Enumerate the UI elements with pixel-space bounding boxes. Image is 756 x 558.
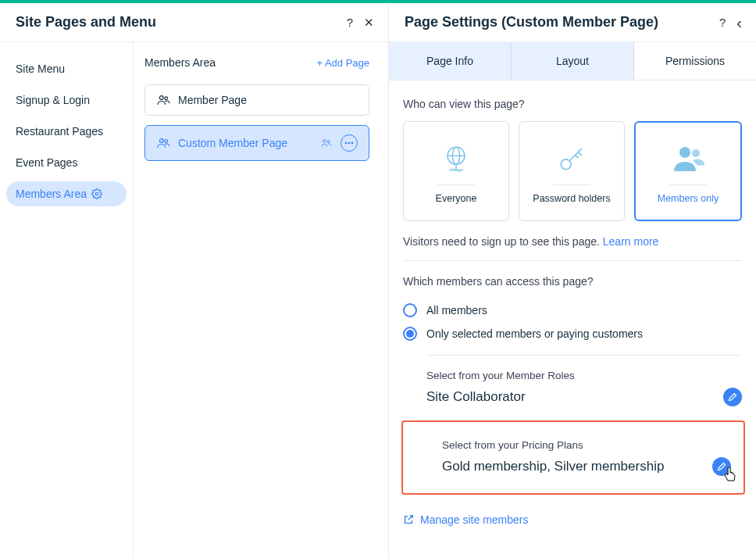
svg-point-5 bbox=[323, 140, 326, 142]
card-everyone[interactable]: Everyone bbox=[403, 121, 509, 221]
page-item-label: Custom Member Page bbox=[178, 137, 287, 149]
svg-point-8 bbox=[348, 142, 351, 145]
pricing-plans-highlight: Select from your Pricing Plans Gold memb… bbox=[401, 420, 745, 495]
page-item-custom-member-page[interactable]: Custom Member Page bbox=[144, 125, 369, 161]
svg-point-9 bbox=[351, 142, 354, 145]
card-label: Password holders bbox=[533, 193, 610, 204]
edit-roles-button[interactable] bbox=[723, 388, 742, 406]
tab-permissions[interactable]: Permissions bbox=[634, 42, 756, 80]
external-link-icon bbox=[403, 514, 414, 525]
radio-selected-members[interactable]: Only selected members or paying customer… bbox=[403, 322, 742, 345]
help-icon[interactable]: ? bbox=[347, 16, 353, 29]
card-members-only[interactable]: Members only bbox=[634, 121, 742, 221]
who-can-view-label: Who can view this page? bbox=[403, 98, 742, 110]
left-panel-header: Site Pages and Menu ? ✕ bbox=[0, 3, 388, 42]
svg-point-16 bbox=[561, 159, 571, 169]
tab-layout[interactable]: Layout bbox=[512, 42, 634, 80]
sidebar-item-restaurant-pages[interactable]: Restaurant Pages bbox=[6, 119, 127, 144]
info-text: Visitors need to sign up to see this pag… bbox=[403, 235, 603, 248]
svg-point-2 bbox=[165, 97, 168, 100]
svg-point-21 bbox=[692, 149, 700, 157]
svg-line-18 bbox=[578, 152, 582, 156]
radio-icon bbox=[403, 303, 417, 317]
card-password-holders[interactable]: Password holders bbox=[519, 121, 625, 221]
members-icon bbox=[156, 95, 170, 106]
page-item-label: Member Page bbox=[178, 94, 247, 106]
signup-info-text: Visitors need to sign up to see this pag… bbox=[403, 235, 742, 248]
svg-point-4 bbox=[165, 140, 168, 143]
sidebar-item-members-area[interactable]: Members Area bbox=[6, 181, 127, 206]
more-options-icon[interactable] bbox=[341, 134, 358, 152]
tabs: Page Info Layout Permissions bbox=[389, 42, 756, 80]
gear-icon bbox=[91, 188, 102, 199]
edit-plans-button[interactable] bbox=[712, 457, 731, 476]
sidebar-item-site-menu[interactable]: Site Menu bbox=[6, 56, 127, 81]
pricing-plans-value: Gold membership, Silver membership bbox=[442, 459, 664, 474]
svg-line-22 bbox=[408, 516, 412, 520]
radio-label: Only selected members or paying customer… bbox=[426, 327, 643, 340]
pages-column: Members Area + Add Page Member Page Cust… bbox=[133, 42, 388, 558]
pricing-plans-label: Select from your Pricing Plans bbox=[442, 439, 731, 451]
site-pages-panel: Site Pages and Menu ? ✕ Site Menu Signup… bbox=[0, 3, 389, 558]
svg-line-19 bbox=[576, 155, 579, 158]
sidebar-item-label: Restaurant Pages bbox=[16, 125, 103, 138]
card-label: Everyone bbox=[436, 193, 477, 204]
page-item-member-page[interactable]: Member Page bbox=[144, 84, 369, 116]
globe-icon bbox=[410, 139, 502, 178]
tab-page-info[interactable]: Page Info bbox=[389, 42, 512, 80]
svg-point-3 bbox=[159, 139, 163, 143]
which-members-label: Which members can access this page? bbox=[403, 275, 742, 288]
svg-point-0 bbox=[95, 192, 98, 195]
back-icon[interactable]: ‹ bbox=[736, 18, 742, 27]
sidebar: Site Menu Signup & Login Restaurant Page… bbox=[0, 42, 133, 558]
members-icon bbox=[156, 138, 170, 148]
add-page-button[interactable]: + Add Page bbox=[316, 57, 369, 69]
member-roles-label: Select from your Member Roles bbox=[426, 370, 742, 381]
sidebar-item-label: Event Pages bbox=[16, 156, 77, 169]
radio-icon bbox=[403, 327, 417, 341]
radio-label: All members bbox=[426, 304, 487, 317]
left-panel-title: Site Pages and Menu bbox=[16, 14, 156, 30]
right-panel-header: Page Settings (Custom Member Page) ? ‹ bbox=[389, 3, 756, 42]
page-settings-panel: Page Settings (Custom Member Page) ? ‹ P… bbox=[389, 3, 756, 558]
members-icon bbox=[642, 139, 734, 178]
help-icon[interactable]: ? bbox=[719, 16, 726, 29]
card-label: Members only bbox=[658, 193, 719, 204]
pages-heading: Members Area bbox=[144, 56, 216, 69]
svg-point-1 bbox=[159, 96, 163, 100]
key-icon bbox=[526, 139, 618, 178]
sidebar-item-event-pages[interactable]: Event Pages bbox=[6, 150, 127, 175]
svg-point-6 bbox=[327, 141, 330, 143]
sidebar-item-label: Site Menu bbox=[16, 63, 65, 75]
right-panel-title: Page Settings (Custom Member Page) bbox=[405, 14, 658, 30]
member-roles-value: Site Collaborator bbox=[426, 389, 526, 405]
radio-all-members[interactable]: All members bbox=[403, 299, 742, 322]
visibility-icon[interactable] bbox=[320, 138, 333, 148]
sidebar-item-label: Signup & Login bbox=[16, 94, 90, 106]
svg-point-20 bbox=[679, 147, 690, 158]
learn-more-link[interactable]: Learn more bbox=[603, 235, 659, 248]
manage-members-link[interactable]: Manage site members bbox=[420, 513, 529, 526]
sidebar-item-label: Members Area bbox=[16, 188, 87, 200]
svg-point-7 bbox=[345, 142, 348, 145]
close-icon[interactable]: ✕ bbox=[364, 16, 374, 30]
sidebar-item-signup-login[interactable]: Signup & Login bbox=[6, 88, 127, 113]
